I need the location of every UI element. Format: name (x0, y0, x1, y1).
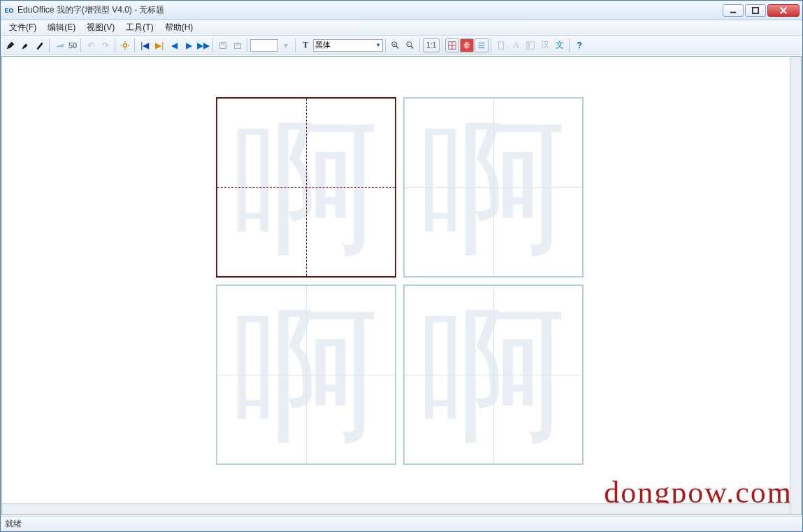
guide-horizontal (217, 375, 395, 375)
redo-icon[interactable]: ↷ (99, 38, 113, 52)
separator (419, 38, 421, 52)
separator (385, 38, 386, 52)
last-icon[interactable]: ▶| (152, 38, 166, 52)
chevron-down-icon: ▼ (375, 42, 381, 48)
titlebar: EO EduOffice 我的字(增强型 V4.0) - 无标题 (1, 1, 802, 20)
pen-tool-icon[interactable] (3, 38, 17, 52)
svg-rect-23 (528, 43, 530, 48)
horizontal-scrollbar[interactable] (2, 503, 790, 515)
grid-cell-4[interactable]: 啊 (403, 285, 584, 465)
size-slider-icon[interactable] (52, 38, 66, 52)
separator (569, 38, 570, 52)
separator (49, 38, 50, 52)
svg-text:+: + (393, 42, 396, 46)
svg-rect-22 (527, 41, 535, 49)
page-icon[interactable] (494, 38, 508, 52)
close-button[interactable] (767, 4, 800, 17)
svg-rect-7 (222, 42, 225, 45)
practice-grid: 啊 啊 啊 啊 (216, 97, 584, 465)
zoom-out-icon[interactable]: - (403, 38, 417, 52)
grid-cell-2[interactable]: 啊 (403, 97, 584, 278)
svg-rect-21 (499, 41, 504, 49)
svg-line-13 (411, 45, 414, 48)
svg-line-10 (396, 45, 399, 48)
separator (247, 38, 248, 52)
grid-cell-1[interactable]: 啊 (216, 97, 396, 278)
window-controls (723, 4, 800, 17)
layout-icon[interactable] (523, 38, 537, 52)
fast-forward-icon[interactable]: ▶▶ (196, 38, 210, 52)
minimize-button[interactable] (723, 4, 744, 17)
maximize-button[interactable] (745, 4, 766, 17)
app-window: EO EduOffice 我的字(增强型 V4.0) - 无标题 文件(F) 编… (0, 0, 803, 532)
text-input[interactable] (250, 39, 278, 52)
menubar: 文件(F) 编辑(E) 视图(V) 工具(T) 帮助(H) (1, 20, 802, 36)
separator (115, 38, 116, 52)
prev-icon[interactable]: ◀ (167, 38, 181, 52)
undo-icon[interactable]: ↶ (84, 38, 98, 52)
char-han-button[interactable]: 汉 (538, 38, 552, 52)
text-tool-icon[interactable]: T (298, 38, 312, 52)
canvas-area[interactable]: 啊 啊 啊 啊 do (1, 56, 802, 515)
separator (442, 38, 443, 52)
separator (80, 38, 82, 52)
menu-tools[interactable]: 工具(T) (120, 20, 159, 35)
toolbar: 50 ↶ ↷ |◀ ▶| ◀ ▶ ▶▶ ▾ T 黑体 ▼ + - 1:1 拳 (1, 36, 802, 55)
grid-cell-3[interactable]: 啊 (216, 285, 396, 465)
menu-file[interactable]: 文件(F) (3, 20, 42, 35)
zoom-in-icon[interactable]: + (389, 38, 403, 52)
list-view-icon[interactable] (475, 38, 489, 52)
app-logo-icon: EO (3, 5, 15, 16)
separator (295, 38, 296, 52)
menu-view[interactable]: 视图(V) (81, 20, 120, 35)
font-name: 黑体 (315, 40, 331, 50)
svg-text:-: - (408, 42, 410, 46)
font-selector[interactable]: 黑体 ▼ (313, 39, 383, 52)
practice-mode-icon[interactable]: 拳 (460, 38, 474, 52)
svg-rect-1 (753, 7, 758, 13)
grid-toggle-icon[interactable] (445, 38, 459, 52)
guide-horizontal (405, 187, 582, 188)
svg-marker-4 (55, 43, 64, 47)
separator (212, 38, 214, 52)
separator (491, 38, 492, 52)
guide-horizontal (217, 187, 395, 188)
window-title: EduOffice 我的字(增强型 V4.0) - 无标题 (17, 4, 723, 16)
guide-horizontal (405, 375, 582, 375)
statusbar: 就绪 (1, 516, 802, 531)
letter-a-button[interactable]: A (509, 38, 523, 52)
help-icon[interactable]: ? (572, 38, 586, 52)
char-wen-button[interactable]: 文 (553, 38, 567, 52)
menu-edit[interactable]: 编辑(E) (42, 20, 81, 35)
settings-icon[interactable] (118, 38, 132, 52)
brush-tool-icon[interactable] (18, 38, 32, 52)
separator (134, 38, 136, 52)
export-icon[interactable] (231, 38, 245, 52)
menu-help[interactable]: 帮助(H) (159, 20, 199, 35)
first-icon[interactable]: |◀ (138, 38, 152, 52)
input-dropdown-icon[interactable]: ▾ (279, 38, 293, 52)
status-text: 就绪 (5, 518, 22, 530)
svg-point-5 (124, 43, 127, 47)
vertical-scrollbar[interactable] (790, 57, 801, 515)
save-icon[interactable] (216, 38, 230, 52)
calligraphy-tool-icon[interactable] (33, 38, 47, 52)
brush-size-value: 50 (67, 41, 78, 50)
zoom-actual-button[interactable]: 1:1 (423, 38, 440, 52)
play-icon[interactable]: ▶ (182, 38, 196, 52)
